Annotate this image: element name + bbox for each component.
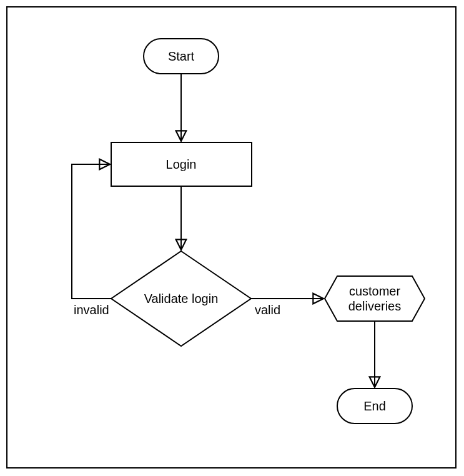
- diagram-canvas: Start Login Validate login invalid val: [0, 0, 464, 476]
- diagram-frame: [6, 6, 457, 469]
